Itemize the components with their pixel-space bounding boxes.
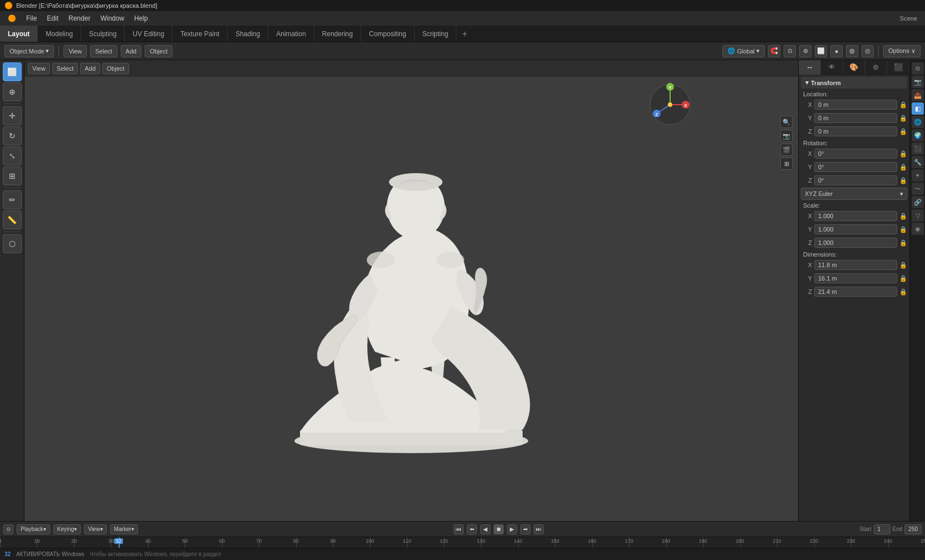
select-menu[interactable]: Select [90,45,117,57]
next-keyframe-icon[interactable]: ➡ [520,524,530,534]
object-menu[interactable]: Object [145,45,173,57]
dimensions-y-input[interactable]: 16.1 m [814,273,897,283]
timeline-range-start-icon[interactable]: ⊙ [3,524,13,534]
jump-start-icon[interactable]: ⏮ [454,524,464,534]
tab-rendering[interactable]: Rendering [314,26,361,42]
location-y-lock[interactable]: 🔒 [899,115,907,122]
menu-window[interactable]: Window [96,13,129,23]
options-button[interactable]: Options ∨ [883,45,921,57]
viewport-gizmo[interactable]: X Y Z [648,82,698,132]
menu-help[interactable]: Help [130,13,152,23]
render-properties-icon[interactable]: 📷 [912,76,924,88]
menu-render[interactable]: Render [64,13,95,23]
transform-tool[interactable]: ⊞ [3,166,22,185]
world-props-icon[interactable]: 🌍 [912,129,924,141]
menu-edit[interactable]: Edit [42,13,63,23]
prev-keyframe-icon[interactable]: ⬅ [467,524,477,534]
menu-file[interactable]: File [22,13,41,23]
scale-x-lock[interactable]: 🔒 [899,213,907,220]
rotation-y-lock[interactable]: 🔒 [899,164,907,171]
tl-view-dropdown[interactable]: View ▾ [84,524,107,534]
particles-props-icon[interactable]: ✦ [912,169,924,181]
sidebar-tab-world[interactable]: ⊛ [865,60,887,75]
proportional-edit[interactable]: ⊙ [784,45,796,57]
data-props-icon[interactable]: ▽ [912,209,924,222]
dimensions-x-lock[interactable]: 🔒 [899,262,907,269]
dimensions-z-input[interactable]: 21.4 m [814,287,897,297]
output-properties-icon[interactable]: 📤 [912,89,924,101]
tab-modeling[interactable]: Modeling [38,26,81,42]
tab-sculpting[interactable]: Sculpting [81,26,125,42]
viewport-shading-material[interactable]: ◍ [846,45,858,57]
constraints-props-icon[interactable]: 🔗 [912,196,924,208]
vp-add-menu[interactable]: Add [80,63,100,74]
sidebar-tab-scene[interactable]: 🎨 [843,60,865,75]
sidebar-tab-item[interactable]: ↔ [799,60,821,75]
frame-ruler[interactable]: 0102030405060708090100110120130140150160… [0,537,925,548]
scene-properties-icon[interactable]: ⚙ [912,62,924,75]
scale-x-input[interactable]: 1.000 [814,211,897,221]
zoom-in-icon[interactable]: 🔍 [780,116,793,128]
object-mode-dropdown[interactable]: Object Mode ▾ [4,45,54,57]
play-reverse-icon[interactable]: ◀ [480,524,490,534]
viewport-shading-solid[interactable]: ● [830,45,843,57]
scale-z-input[interactable]: 1.000 [814,238,897,248]
marker-dropdown[interactable]: Marker ▾ [110,524,138,534]
rotation-x-input[interactable]: 0° [814,149,897,159]
transform-section-header[interactable]: ▾ Transform [801,77,907,89]
start-frame-input[interactable]: 1 [874,524,890,534]
location-z-lock[interactable]: 🔒 [899,128,907,135]
sidebar-tab-object[interactable]: ⬛ [887,60,909,75]
vp-view-menu[interactable]: View [28,63,50,74]
scale-tool[interactable]: ⤡ [3,146,22,165]
add-workspace-button[interactable]: + [456,26,473,42]
play-icon[interactable]: ▶ [507,524,517,534]
material-props-icon[interactable]: ◉ [912,223,924,235]
scale-y-input[interactable]: 1.000 [814,224,897,234]
rotation-x-lock[interactable]: 🔒 [899,150,907,158]
scale-y-lock[interactable]: 🔒 [899,226,907,233]
stop-icon[interactable]: ⏺ [494,524,504,534]
tab-uv-editing[interactable]: UV Editing [125,26,173,42]
object-props-icon[interactable]: ⬛ [912,143,924,155]
rotation-mode-dropdown[interactable]: XYZ Euler ▾ [801,188,907,200]
physics-props-icon[interactable]: 〜 [912,183,924,195]
add-cube-tool[interactable]: ⬡ [3,234,22,253]
dimensions-y-lock[interactable]: 🔒 [899,275,907,282]
measure-tool[interactable]: 📏 [3,210,22,229]
modifier-props-icon[interactable]: 🔧 [912,156,924,168]
rotation-z-lock[interactable]: 🔒 [899,177,907,184]
view-menu[interactable]: View [63,45,87,57]
location-z-input[interactable]: 0 m [814,126,897,136]
vp-select-menu[interactable]: Select [52,63,78,74]
select-box-tool[interactable]: ⬜ [3,62,22,81]
tab-shading[interactable]: Shading [228,26,268,42]
scene-objects-icon[interactable]: 🎬 [780,144,793,156]
cursor-tool[interactable]: ⊕ [3,82,22,101]
viewport[interactable]: View Select Add Object [24,60,798,521]
show-overlays[interactable]: ⊛ [799,45,811,57]
camera-view-icon[interactable]: 📷 [780,130,793,142]
end-frame-input[interactable]: 250 [904,524,922,534]
scene-props-icon[interactable]: 🌐 [912,116,924,128]
tab-layout[interactable]: Layout [0,26,38,42]
snap-toggle[interactable]: 🧲 [768,45,780,57]
global-dropdown[interactable]: 🌐 Global ▾ [722,45,765,57]
sidebar-tab-view[interactable]: 👁 [821,60,843,75]
location-x-input[interactable]: 0 m [814,100,897,110]
vp-object-menu[interactable]: Object [102,63,129,74]
annotate-tool[interactable]: ✏ [3,190,22,209]
location-y-input[interactable]: 0 m [814,113,897,123]
move-tool[interactable]: ✛ [3,106,22,125]
tab-animation[interactable]: Animation [268,26,314,42]
rotate-tool[interactable]: ↻ [3,126,22,145]
grid-view-icon[interactable]: ⊞ [780,158,793,170]
scale-z-lock[interactable]: 🔒 [899,239,907,247]
show-xray[interactable]: ⬜ [815,45,827,57]
tab-compositing[interactable]: Compositing [361,26,415,42]
rotation-y-input[interactable]: 0° [814,162,897,172]
tab-texture-paint[interactable]: Texture Paint [173,26,228,42]
dimensions-x-input[interactable]: 11.8 m [814,260,897,270]
dimensions-z-lock[interactable]: 🔒 [899,288,907,296]
add-menu[interactable]: Add [121,45,142,57]
